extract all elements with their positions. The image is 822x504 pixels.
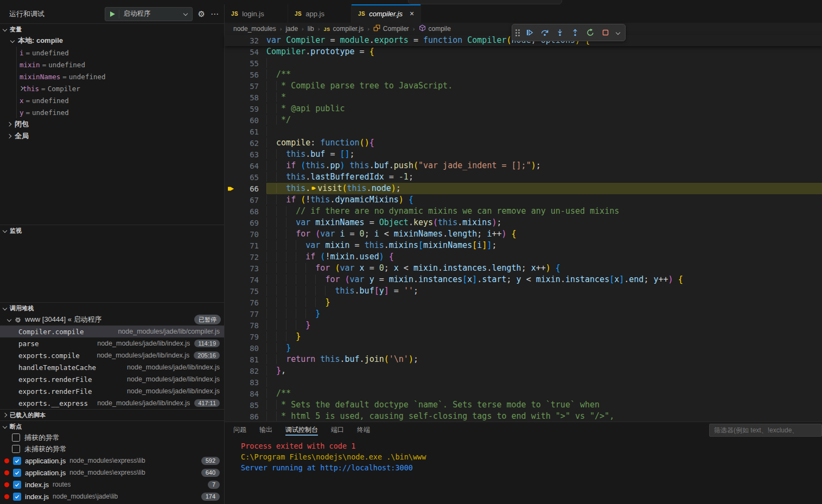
stack-frame-row[interactable]: Compiler.compilenode_modules/jade/lib/co… <box>0 326 224 337</box>
more-actions-icon[interactable]: ⋯ <box>211 10 219 18</box>
code-line[interactable]: 66 this.visit(this.node); <box>225 183 822 194</box>
breadcrumb-item[interactable]: lib <box>308 25 314 33</box>
exception-breakpoint-row[interactable]: 捕获的异常 <box>0 432 224 443</box>
panel-tab-终端[interactable]: 终端 <box>357 423 370 437</box>
code-line[interactable]: 81 return this.buf.join('\n'); <box>225 354 822 365</box>
checkbox[interactable] <box>13 481 21 489</box>
code-editor[interactable]: 54Compiler.prototype = {55 56 /**57 * Co… <box>225 46 822 422</box>
code-line[interactable]: 72 if (!mixin.used) { <box>225 251 822 263</box>
checkbox[interactable] <box>13 469 21 477</box>
code-line[interactable]: 59 * @api public <box>225 103 822 114</box>
close-icon[interactable]: × <box>410 9 414 18</box>
panel-tab-端口[interactable]: 端口 <box>331 423 344 437</box>
scope-group-row[interactable]: 全局 <box>0 130 224 142</box>
code-line[interactable]: 79 } <box>225 331 822 342</box>
panel-tab-调试控制台[interactable]: 调试控制台 <box>285 423 318 437</box>
code-line[interactable]: 84 /** <box>225 388 822 399</box>
breakpoints-pane-header[interactable]: 断点 <box>0 421 224 432</box>
code-line[interactable]: 57 * Compile parse tree to JavaScript. <box>225 80 822 92</box>
step-out-button[interactable] <box>569 26 582 39</box>
breadcrumb-item[interactable]: JScompiler.js <box>323 25 364 33</box>
toolbar-chevron-icon[interactable] <box>616 30 620 35</box>
variable-row[interactable]: y=undefined <box>0 106 224 118</box>
start-debug-icon[interactable] <box>110 11 115 17</box>
stack-frame-row[interactable]: exports.renderFilenode_modules/jade/lib/… <box>0 373 224 385</box>
variable-row[interactable]: x=undefined <box>0 94 224 106</box>
launch-config-dropdown[interactable]: 启动程序 <box>105 7 193 21</box>
gear-icon[interactable]: ⚙ <box>198 10 205 18</box>
stack-frame-row[interactable]: exports.compilenode_modules/jade/lib/ind… <box>0 349 224 361</box>
tab-login.js[interactable]: JSlogin.js <box>225 4 288 23</box>
breadcrumb-item[interactable]: compile <box>419 24 451 33</box>
code-line[interactable]: 60 */ <box>225 114 822 126</box>
variable-row[interactable]: this=Compiler <box>0 82 224 94</box>
loaded-scripts-header[interactable]: 已载入的脚本 <box>0 410 224 420</box>
panel-tab-输出[interactable]: 输出 <box>259 423 272 437</box>
code-line[interactable]: 75 this.buf[y] = ''; <box>225 285 822 297</box>
console-line[interactable]: C:\Program Files\nodejs\node.exe .\bin\w… <box>241 451 822 462</box>
checkbox[interactable] <box>12 445 20 453</box>
code-line[interactable]: 69 var mixinNames = Object.keys(this.mix… <box>225 217 822 228</box>
breakpoint-row[interactable]: application.jsnode_modules\express\lib59… <box>0 455 224 467</box>
variable-row[interactable]: mixinNames=undefined <box>0 71 224 82</box>
breadcrumb-item[interactable]: jade <box>285 25 298 33</box>
code-line[interactable]: 70 for (var i = 0; i < mixinNames.length… <box>225 228 822 240</box>
code-line[interactable]: 76 } <box>225 297 822 308</box>
code-line[interactable]: 61 <box>225 126 822 137</box>
command-center[interactable] <box>408 0 562 4</box>
scope-group-row[interactable]: 闭包 <box>0 118 224 130</box>
breakpoint-row[interactable]: application.jsnode_modules\express\lib64… <box>0 467 224 479</box>
console-line[interactable]: Process exited with code 1 <box>241 441 822 451</box>
variables-pane-header[interactable]: 变量 <box>0 24 224 35</box>
checkbox[interactable] <box>13 493 21 501</box>
variable-row[interactable]: mixin=undefined <box>0 59 224 71</box>
code-line[interactable]: 73 for (var x = 0; x < mixin.instances.l… <box>225 263 822 274</box>
tab-compiler.js[interactable]: JScompiler.js× <box>352 4 421 23</box>
scope-local[interactable]: 本地: compile <box>0 35 224 47</box>
step-into-button[interactable] <box>553 26 566 39</box>
code-line[interactable]: 68 // if there are no dynamic mixins we … <box>225 206 822 217</box>
code-line[interactable]: 62 compile: function(){ <box>225 137 822 149</box>
watch-pane-header[interactable]: 监视 <box>0 225 224 236</box>
code-line[interactable]: 54Compiler.prototype = { <box>225 46 822 58</box>
stack-frame-row[interactable]: exports.renderFilenode_modules/jade/lib/… <box>0 385 224 397</box>
stack-frame-row[interactable]: parsenode_modules/jade/lib/index.js114:1… <box>0 337 224 349</box>
stop-button[interactable] <box>599 26 612 39</box>
panel-tab-问题[interactable]: 问题 <box>233 423 246 437</box>
debug-session-row[interactable]: www [30444] « 启动程序 已暂停 <box>0 314 224 326</box>
tab-app.js[interactable]: JSapp.js <box>288 4 352 23</box>
continue-button[interactable] <box>523 26 536 39</box>
code-line[interactable]: 80 } <box>225 342 822 354</box>
code-line[interactable]: 71 var mixin = this.mixins[mixinNames[i]… <box>225 240 822 251</box>
code-line[interactable]: 74 for (var y = mixin.instances[x].start… <box>225 274 822 285</box>
code-line[interactable]: 58 * <box>225 92 822 103</box>
console-filter-input[interactable] <box>709 424 822 437</box>
step-over-button[interactable] <box>538 26 551 39</box>
stack-frame-row[interactable]: exports.__expressnode_modules/jade/lib/i… <box>0 397 224 409</box>
code-line[interactable]: 83 <box>225 377 822 388</box>
toolbar-drag-grip[interactable] <box>515 29 520 36</box>
code-line[interactable]: 85 * Sets the default doctype `name`. Se… <box>225 399 822 411</box>
code-line[interactable]: 65 this.lastBufferedIdx = -1; <box>225 171 822 183</box>
callstack-pane-header[interactable]: 调用堆栈 <box>0 303 224 314</box>
exception-breakpoint-row[interactable]: 未捕获的异常 <box>0 443 224 455</box>
stack-frame-row[interactable]: handleTemplateCachenode_modules/jade/lib… <box>0 361 224 373</box>
code-line[interactable]: 86 * html 5 is used, causing self-closin… <box>225 411 822 422</box>
breadcrumb-item[interactable]: Compiler <box>373 24 409 33</box>
code-line[interactable]: 77 } <box>225 308 822 320</box>
checkbox[interactable] <box>12 433 20 442</box>
variable-row[interactable]: i=undefined <box>0 47 224 59</box>
checkbox[interactable] <box>13 457 21 465</box>
code-line[interactable]: 56 /** <box>225 69 822 80</box>
code-line[interactable]: 63 this.buf = []; <box>225 149 822 160</box>
breakpoint-row[interactable]: index.jsnode_modules\jade\lib174 <box>0 490 224 502</box>
breakpoint-row[interactable]: index.jsroutes7 <box>0 479 224 490</box>
restart-button[interactable] <box>584 26 597 39</box>
code-line[interactable]: 82 }, <box>225 365 822 377</box>
console-line[interactable]: Server running at http://localhost:3000 <box>241 462 822 473</box>
code-line[interactable]: 78 } <box>225 320 822 331</box>
code-line[interactable]: 64 if (this.pp) this.buf.push("var jade_… <box>225 160 822 171</box>
breadcrumb-item[interactable]: node_modules <box>233 25 276 33</box>
code-line[interactable]: 55 <box>225 58 822 69</box>
code-line[interactable]: 67 if (!this.dynamicMixins) { <box>225 194 822 206</box>
